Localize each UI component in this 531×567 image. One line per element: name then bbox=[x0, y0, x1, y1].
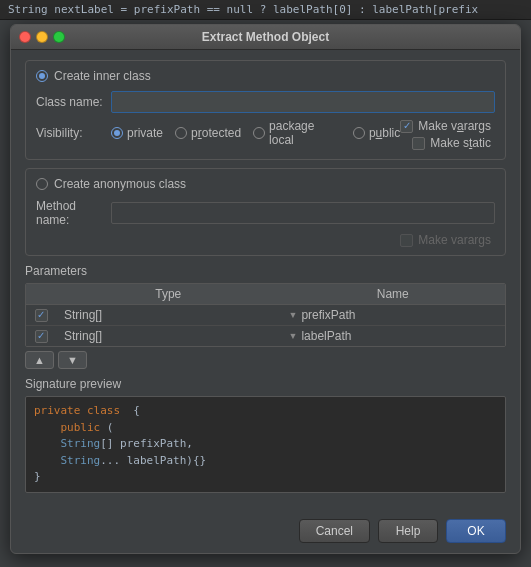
dialog-title: Extract Method Object bbox=[11, 30, 520, 44]
table-row[interactable]: String[] ▼ labelPath bbox=[26, 326, 505, 346]
visibility-protected[interactable]: protected bbox=[175, 126, 241, 140]
maximize-button[interactable] bbox=[53, 31, 65, 43]
code-bar: String nextLabel = prefixPath == null ? … bbox=[0, 0, 531, 20]
ok-button[interactable]: OK bbox=[446, 519, 506, 543]
public-label: public bbox=[369, 126, 400, 140]
signature-preview-section: Signature preview private class { public… bbox=[25, 377, 506, 493]
visibility-public[interactable]: public bbox=[353, 126, 400, 140]
visibility-options: private protected package local bbox=[111, 119, 400, 147]
row2-triangle: ▼ bbox=[289, 331, 298, 341]
visibility-label: Visibility: bbox=[36, 126, 111, 140]
create-anonymous-class-radio-group[interactable]: Create anonymous class bbox=[36, 177, 186, 191]
row1-check[interactable] bbox=[26, 309, 56, 322]
protected-radio[interactable] bbox=[175, 127, 187, 139]
dialog-titlebar: Extract Method Object bbox=[11, 25, 520, 50]
table-row[interactable]: String[] ▼ prefixPath bbox=[26, 305, 505, 326]
visibility-row: Visibility: private protected bbox=[36, 119, 400, 147]
make-static-label: Make static bbox=[430, 136, 491, 150]
signature-preview-box: private class { public ( String[] prefix… bbox=[25, 396, 506, 493]
row2-name: ▼ labelPath bbox=[281, 326, 506, 346]
create-anonymous-class-label: Create anonymous class bbox=[54, 177, 186, 191]
create-inner-class-radio-group[interactable]: Create inner class bbox=[36, 69, 151, 83]
visibility-left: Visibility: private protected bbox=[36, 119, 400, 151]
protected-label: protected bbox=[191, 126, 241, 140]
class-name-row: Class name: bbox=[36, 91, 495, 113]
window-buttons bbox=[19, 31, 65, 43]
create-inner-class-radio[interactable] bbox=[36, 70, 48, 82]
signature-preview-title: Signature preview bbox=[25, 377, 506, 391]
class-name-input[interactable] bbox=[111, 91, 495, 113]
move-down-button[interactable]: ▼ bbox=[58, 351, 87, 369]
parameters-table: Type Name String[] ▼ prefixPath bbox=[25, 283, 506, 347]
private-label: private bbox=[127, 126, 163, 140]
row1-name: ▼ prefixPath bbox=[281, 305, 506, 325]
help-button[interactable]: Help bbox=[378, 519, 438, 543]
row1-checkbox[interactable] bbox=[35, 309, 48, 322]
make-static-checkbox[interactable] bbox=[412, 137, 425, 150]
move-up-button[interactable]: ▲ bbox=[25, 351, 54, 369]
visibility-area: Visibility: private protected bbox=[36, 119, 495, 151]
row2-checkbox[interactable] bbox=[35, 330, 48, 343]
arrow-buttons: ▲ ▼ bbox=[25, 351, 506, 369]
dialog-body: Create inner class Class name: Visibilit… bbox=[11, 50, 520, 513]
package-local-label: package local bbox=[269, 119, 341, 147]
anon-make-varargs-checkbox bbox=[400, 234, 413, 247]
create-anonymous-class-radio[interactable] bbox=[36, 178, 48, 190]
row2-check[interactable] bbox=[26, 330, 56, 343]
dialog-footer: Cancel Help OK bbox=[11, 513, 520, 553]
dialog-window: Extract Method Object Create inner class… bbox=[10, 24, 521, 554]
row1-triangle: ▼ bbox=[289, 310, 298, 320]
close-button[interactable] bbox=[19, 31, 31, 43]
checkboxes: Make varargs Make static bbox=[400, 119, 495, 150]
cancel-button[interactable]: Cancel bbox=[299, 519, 370, 543]
create-inner-class-section: Create inner class Class name: Visibilit… bbox=[25, 60, 506, 160]
make-varargs-checkbox[interactable] bbox=[400, 120, 413, 133]
make-varargs-label: Make varargs bbox=[418, 119, 491, 133]
anon-make-varargs-row: Make varargs bbox=[36, 233, 495, 247]
inner-class-header: Create inner class bbox=[36, 69, 495, 83]
params-header-row: Type Name bbox=[26, 284, 505, 305]
params-check-col bbox=[26, 284, 56, 304]
anon-class-header: Create anonymous class bbox=[36, 177, 495, 191]
params-type-header: Type bbox=[56, 284, 281, 304]
public-radio[interactable] bbox=[353, 127, 365, 139]
visibility-package-local[interactable]: package local bbox=[253, 119, 341, 147]
minimize-button[interactable] bbox=[36, 31, 48, 43]
method-name-label: Method name: bbox=[36, 199, 111, 227]
class-name-label: Class name: bbox=[36, 95, 111, 109]
make-varargs-item[interactable]: Make varargs bbox=[400, 119, 491, 133]
make-static-item[interactable]: Make static bbox=[412, 136, 491, 150]
package-local-radio[interactable] bbox=[253, 127, 265, 139]
method-name-input[interactable] bbox=[111, 202, 495, 224]
anon-make-varargs-label: Make varargs bbox=[418, 233, 491, 247]
visibility-private[interactable]: private bbox=[111, 126, 163, 140]
row1-type: String[] bbox=[56, 305, 281, 325]
params-name-header: Name bbox=[281, 284, 506, 304]
parameters-title: Parameters bbox=[25, 264, 506, 278]
parameters-section: Parameters Type Name String[] ▼ bbox=[25, 264, 506, 369]
method-name-row: Method name: bbox=[36, 199, 495, 227]
code-text: String nextLabel = prefixPath == null ? … bbox=[8, 3, 478, 16]
row2-type: String[] bbox=[56, 326, 281, 346]
create-inner-class-label: Create inner class bbox=[54, 69, 151, 83]
create-anonymous-class-section: Create anonymous class Method name: Make… bbox=[25, 168, 506, 256]
private-radio[interactable] bbox=[111, 127, 123, 139]
